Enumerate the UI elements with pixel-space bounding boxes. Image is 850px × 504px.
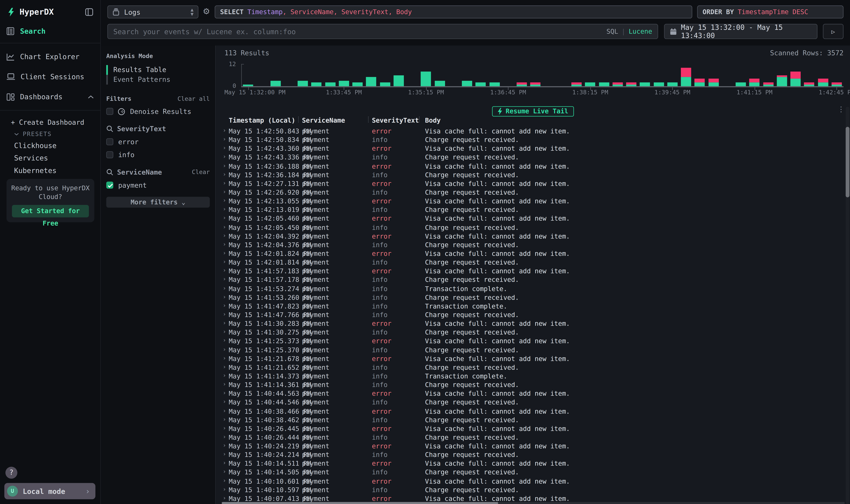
order-by-input[interactable]: ORDER BY TimestampTime DESC [697,5,843,18]
sidebar-item-chart-explorer[interactable]: Chart Explorer [0,47,100,67]
denoise-results-checkbox-row[interactable]: Denoise Results [106,107,210,115]
table-options-kebab-icon[interactable]: ⋮ [838,105,845,113]
table-row[interactable]: ›May 15 1:42:01.824 PMpaymenterrorVisa c… [216,249,846,258]
filter-option-payment[interactable]: payment [106,181,210,189]
filter-option-info[interactable]: info [106,151,210,159]
table-row[interactable]: ›May 15 1:41:30.275 PMpaymentinfoCharge … [216,328,846,337]
table-row[interactable]: ›May 15 1:40:26.445 PMpaymenterrorVisa c… [216,424,846,433]
table-row[interactable]: ›May 15 1:40:44.563 PMpaymenterrorVisa c… [216,390,846,398]
table-row[interactable]: ›May 15 1:42:13.055 PMpaymenterrorVisa c… [216,197,846,205]
table-row[interactable]: ›May 15 1:40:14.505 PMpaymentinfoCharge … [216,468,846,477]
clear-all-link[interactable]: Clear all [178,95,210,102]
table-row[interactable]: ›May 15 1:40:24.214 PMpaymentinfoCharge … [216,451,846,460]
denoise-checkbox[interactable] [106,108,113,115]
table-row[interactable]: ›May 15 1:40:26.444 PMpaymentinfoCharge … [216,433,846,442]
horizontal-scrollbar-thumb[interactable] [222,502,498,504]
time-range-picker[interactable]: May 15 13:32:00 - May 15 13:43:00 [664,24,817,39]
help-button[interactable]: ? [5,467,17,479]
sidebar-item-dashboards[interactable]: Dashboards [0,87,100,107]
table-row[interactable]: ›May 15 1:42:26.920 PMpaymentinfoCharge … [216,188,846,197]
mode-sql-toggle[interactable]: SQL [607,28,618,35]
preset-kubernetes[interactable]: Kubernetes [0,164,100,177]
row-expand-chevron-icon: › [223,250,226,256]
table-row[interactable]: ›May 15 1:41:57.183 PMpaymenterrorVisa c… [216,267,846,275]
info-checkbox[interactable] [106,151,113,158]
table-row[interactable]: ›May 15 1:42:05.450 PMpaymentinfoCharge … [216,223,846,232]
table-row[interactable]: ›May 15 1:40:07.413 PMpaymenterrorVisa c… [216,494,846,503]
table-row[interactable]: ›May 15 1:41:21.678 PMpaymenterrorVisa c… [216,354,846,363]
table-row[interactable]: ›May 15 1:40:14.511 PMpaymenterrorVisa c… [216,460,846,468]
create-dashboard-button[interactable]: + Create Dashboard [0,115,100,128]
table-row[interactable]: ›May 15 1:40:24.219 PMpaymenterrorVisa c… [216,442,846,451]
column-resize-handle[interactable] [419,116,420,122]
payment-checkbox[interactable] [106,182,113,188]
preset-services[interactable]: Services [0,152,100,164]
table-row[interactable]: ›May 15 1:40:44.546 PMpaymentinfoCharge … [216,398,846,407]
table-row[interactable]: ›May 15 1:41:30.283 PMpaymenterrorVisa c… [216,319,846,328]
mode-lucene-toggle[interactable]: Lucene [629,28,652,35]
column-resize-handle[interactable] [368,116,369,122]
cell-body: Visa cache full: cannot add new item. [425,460,570,468]
table-row[interactable]: ›May 15 1:40:10.601 PMpaymenterrorVisa c… [216,477,846,486]
tab-results-table[interactable]: Results Table [106,65,210,75]
error-checkbox[interactable] [106,138,113,145]
table-row[interactable]: ›May 15 1:41:53.260 PMpaymentinfoCharge … [216,293,846,302]
event-search-input[interactable]: Search your events w/ Lucene ex. column:… [107,24,658,39]
table-row[interactable]: ›May 15 1:42:36.184 PMpaymentinfoCharge … [216,170,846,179]
table-row[interactable]: ›May 15 1:42:36.188 PMpaymenterrorVisa c… [216,162,846,170]
table-row[interactable]: ›May 15 1:41:21.652 PMpaymentinfoCharge … [216,363,846,372]
table-row[interactable]: ›May 15 1:42:27.131 PMpaymenterrorVisa c… [216,179,846,188]
table-row[interactable]: ›May 15 1:41:14.373 PMpaymentinfoTransac… [216,372,846,380]
preset-clickhouse[interactable]: Clickhouse [0,139,100,152]
column-header-servicename[interactable]: ServiceName [302,116,345,124]
column-header-body[interactable]: Body [425,116,441,124]
sidebar-item-search[interactable]: Search [0,23,100,40]
table-row[interactable]: ›May 15 1:42:04.376 PMpaymentinfoCharge … [216,241,846,249]
column-header-timestamp[interactable]: Timestamp (Local) [229,116,295,124]
table-row[interactable]: ›May 15 1:42:13.019 PMpaymentinfoCharge … [216,205,846,214]
tab-event-patterns[interactable]: Event Patterns [106,75,210,85]
cell-servicename: payment [302,408,329,415]
more-filters-button[interactable]: More filters ⌄ [106,197,210,208]
run-query-button[interactable]: ▷ [823,24,844,39]
cell-timestamp: May 15 1:41:21.678 PM [229,355,311,363]
table-row[interactable]: ›May 15 1:42:04.392 PMpaymenterrorVisa c… [216,232,846,240]
table-row[interactable]: ›May 15 1:41:25.370 PMpaymentinfoCharge … [216,346,846,354]
filter-option-error[interactable]: error [106,138,210,146]
presets-toggle[interactable]: PRESETS [0,128,100,139]
collapse-sidebar-icon[interactable] [85,8,94,16]
select-clause-input[interactable]: SELECT Timestamp , ServiceName, Severity… [215,5,692,18]
vertical-scrollbar-thumb[interactable] [846,127,849,197]
table-row[interactable]: ›May 15 1:41:47.823 PMpaymentinfoTransac… [216,302,846,311]
resume-live-tail-button[interactable]: Resume Live Tail [492,106,574,116]
table-row[interactable]: ›May 15 1:41:25.373 PMpaymenterrorVisa c… [216,337,846,345]
table-row[interactable]: ›May 15 1:42:01.814 PMpaymentinfoCharge … [216,258,846,267]
table-row[interactable]: ›May 15 1:40:38.462 PMpaymentinfoCharge … [216,416,846,424]
table-row[interactable]: ›May 15 1:41:47.766 PMpaymentinfoCharge … [216,311,846,319]
presets-label: PRESETS [23,131,52,138]
analysis-mode-title: Analysis Mode [106,53,210,60]
column-header-severitytext[interactable]: SeverityText [372,116,419,124]
source-select[interactable]: Logs ▲▼ [107,5,198,18]
table-row[interactable]: ›May 15 1:42:50.843 PMpaymenterrorVisa c… [216,127,846,136]
sidebar-item-client-sessions[interactable]: Client Sessions [0,67,100,87]
servicename-group-title: ServiceName [117,168,192,176]
table-row[interactable]: ›May 15 1:42:43.336 PMpaymentinfoCharge … [216,153,846,162]
cell-body: Charge request received. [425,434,519,441]
table-row[interactable]: ›May 15 1:42:50.834 PMpaymentinfoCharge … [216,136,846,144]
table-row[interactable]: ›May 15 1:41:14.361 PMpaymentinfoCharge … [216,380,846,389]
table-row[interactable]: ›May 15 1:41:53.274 PMpaymentinfoTransac… [216,284,846,293]
table-row[interactable]: ›May 15 1:41:57.178 PMpaymentinfoCharge … [216,275,846,284]
table-row[interactable]: ›May 15 1:42:05.460 PMpaymenterrorVisa c… [216,214,846,223]
table-row[interactable]: ›May 15 1:40:10.597 PMpaymentinfoCharge … [216,486,846,494]
cell-severitytext: error [372,145,391,152]
gear-icon[interactable]: ⚙ [203,6,210,16]
get-started-button[interactable]: Get Started for Free [12,205,89,217]
user-menu[interactable]: U Local mode › [4,483,95,499]
table-row[interactable]: ›May 15 1:42:43.360 PMpaymenterrorVisa c… [216,144,846,153]
column-resize-handle[interactable] [298,116,299,122]
cell-body: Visa cache full: cannot add new item. [425,408,570,415]
servicename-clear-link[interactable]: Clear [192,169,210,176]
table-row[interactable]: ›May 15 1:40:38.466 PMpaymenterrorVisa c… [216,407,846,416]
cell-servicename: payment [302,443,329,450]
